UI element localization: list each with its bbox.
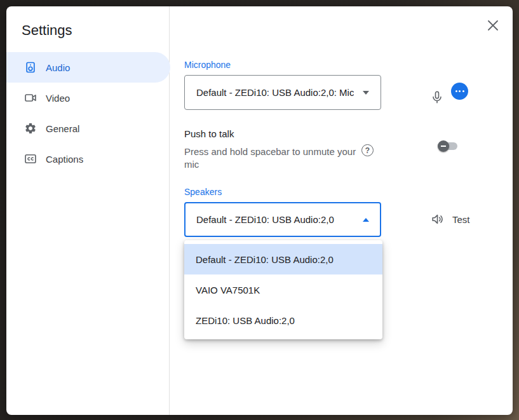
- videocam-icon: [24, 91, 37, 104]
- speaker-icon: [24, 61, 37, 74]
- sidebar-item-label: Video: [46, 93, 70, 104]
- sidebar: Audio Video General Captions: [6, 52, 170, 174]
- push-to-talk-description: Press and hold spacebar to unmute your m…: [184, 146, 357, 171]
- sidebar-item-label: Audio: [46, 62, 70, 73]
- more-options-icon: [455, 90, 457, 92]
- microphone-label: Microphone: [184, 60, 231, 70]
- sidebar-item-label: General: [46, 123, 79, 134]
- mic-icon: [430, 90, 444, 104]
- more-options-button[interactable]: [451, 83, 468, 100]
- sidebar-item-audio[interactable]: Audio: [6, 52, 170, 83]
- close-button[interactable]: [483, 16, 502, 35]
- help-button[interactable]: ?: [361, 144, 374, 156]
- chevron-down-icon: [363, 91, 369, 95]
- sidebar-item-general[interactable]: General: [6, 113, 170, 144]
- speakers-select[interactable]: Default - ZEDi10: USB Audio:2,0: [184, 202, 381, 237]
- help-icon: ?: [365, 147, 370, 154]
- minus-icon: [441, 146, 446, 147]
- volume-up-icon: [431, 212, 445, 226]
- speakers-select-value: Default - ZEDi10: USB Audio:2,0: [196, 214, 334, 225]
- speakers-label: Speakers: [184, 187, 222, 197]
- settings-dialog: Settings Audio Video General: [6, 6, 513, 415]
- toggle-knob: [438, 140, 449, 152]
- sidebar-item-label: Captions: [46, 154, 83, 165]
- speaker-test-button[interactable]: Test: [431, 212, 470, 226]
- gear-icon: [24, 122, 37, 135]
- sidebar-item-captions[interactable]: Captions: [6, 144, 170, 174]
- test-button-label: Test: [452, 214, 470, 225]
- sidebar-item-video[interactable]: Video: [6, 83, 170, 113]
- push-to-talk-title: Push to talk: [184, 128, 234, 139]
- chevron-up-icon: [363, 218, 369, 222]
- microphone-select[interactable]: Default - ZEDi10: USB Audio:2,0: Mic: [184, 75, 381, 110]
- speaker-option[interactable]: Default - ZEDi10: USB Audio:2,0: [184, 244, 382, 274]
- page-title: Settings: [22, 22, 72, 39]
- speaker-option[interactable]: VAIO VA7501K: [184, 274, 382, 305]
- close-icon: [487, 20, 499, 31]
- push-to-talk-toggle[interactable]: [438, 140, 463, 152]
- cc-icon: [24, 152, 37, 165]
- speakers-dropdown-menu: Default - ZEDi10: USB Audio:2,0 VAIO VA7…: [184, 240, 382, 339]
- microphone-select-value: Default - ZEDi10: USB Audio:2,0: Mic: [196, 87, 354, 98]
- speaker-option[interactable]: ZEDi10: USB Audio:2,0: [184, 305, 382, 335]
